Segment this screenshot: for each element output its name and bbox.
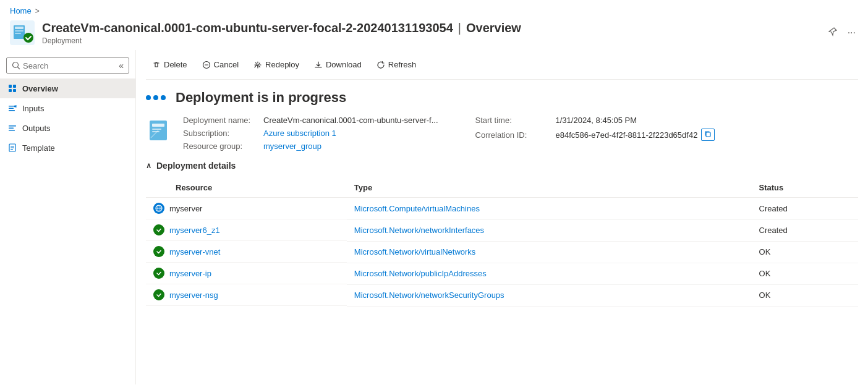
main-layout: « Overview Inputs bbox=[0, 50, 868, 384]
start-time-label: Start time: bbox=[475, 116, 556, 125]
deployment-info-section: Deployment name: CreateVm-canonical.0001… bbox=[146, 116, 858, 151]
svg-rect-26 bbox=[152, 131, 160, 132]
svg-rect-25 bbox=[152, 129, 161, 130]
deployment-icon bbox=[10, 20, 35, 45]
info-row-start-time: Start time: 1/31/2024, 8:45:05 PM bbox=[475, 116, 715, 125]
subscription-link[interactable]: Azure subscription 1 bbox=[263, 129, 336, 138]
svg-point-5 bbox=[23, 33, 33, 43]
sidebar-item-inputs[interactable]: Inputs bbox=[0, 98, 135, 118]
resource-link[interactable]: myserver-nsg bbox=[169, 290, 218, 300]
resource-status: Created bbox=[752, 198, 858, 220]
deployment-info: Deployment name: CreateVm-canonical.0001… bbox=[183, 116, 438, 151]
progress-dots bbox=[146, 95, 166, 100]
row-status-icon bbox=[153, 268, 164, 279]
breadcrumb-sep: > bbox=[35, 7, 40, 15]
table-row: myserverMicrosoft.Compute/virtualMachine… bbox=[146, 198, 858, 220]
col-status: Status bbox=[752, 178, 858, 198]
resource-name[interactable]: myserver-vnet bbox=[169, 247, 220, 256]
redeploy-button[interactable]: Redeploy bbox=[247, 56, 305, 73]
svg-rect-3 bbox=[15, 30, 23, 32]
info-row-name: Deployment name: CreateVm-canonical.0001… bbox=[183, 116, 438, 125]
info-row-subscription: Subscription: Azure subscription 1 bbox=[183, 129, 438, 138]
resource-link[interactable]: myserver-vnet bbox=[169, 247, 220, 256]
page-subtitle: Deployment bbox=[42, 36, 521, 45]
row-status-icon bbox=[153, 246, 164, 257]
correlation-value: e84fc586-e7ed-4f2f-8811-2f223d65df42 bbox=[556, 130, 698, 140]
svg-rect-10 bbox=[13, 89, 16, 92]
resources-table: Resource Type Status myserverMicrosoft.C… bbox=[146, 178, 858, 307]
resource-group-value: myserver_group bbox=[263, 142, 321, 151]
resource-link[interactable]: myserver-ip bbox=[169, 269, 211, 278]
resource-status: OK bbox=[752, 263, 858, 284]
delete-button[interactable]: Delete bbox=[146, 56, 194, 73]
collapse-button[interactable]: « bbox=[119, 61, 124, 70]
svg-rect-12 bbox=[9, 108, 14, 109]
pin-button[interactable] bbox=[825, 24, 840, 41]
refresh-icon bbox=[377, 61, 385, 69]
svg-rect-9 bbox=[9, 89, 12, 92]
sidebar-label-outputs: Outputs bbox=[22, 124, 51, 133]
resource-type: Microsoft.Network/virtualNetworks bbox=[347, 241, 752, 263]
details-header[interactable]: ∧ Deployment details bbox=[146, 161, 858, 171]
page-header-text: CreateVm-canonical.0001-com-ubuntu-serve… bbox=[42, 21, 521, 45]
download-button[interactable]: Download bbox=[308, 56, 368, 73]
svg-rect-21 bbox=[11, 149, 13, 150]
page-header: CreateVm-canonical.0001-com-ubuntu-serve… bbox=[0, 18, 868, 50]
sidebar-item-overview[interactable]: Overview bbox=[0, 78, 135, 98]
copy-correlation-button[interactable] bbox=[701, 129, 715, 141]
resource-type: Microsoft.Network/networkInterfaces bbox=[347, 219, 752, 241]
deployment-status: Deployment is in progress bbox=[146, 90, 858, 106]
content-area: Delete Cancel Redeploy bbox=[136, 50, 868, 384]
type-link[interactable]: Microsoft.Compute/virtualMachines bbox=[354, 204, 480, 213]
page-title: CreateVm-canonical.0001-com-ubuntu-serve… bbox=[42, 21, 453, 35]
breadcrumb: Home > bbox=[0, 0, 868, 18]
resource-group-link[interactable]: myserver_group bbox=[263, 142, 321, 151]
svg-rect-24 bbox=[152, 124, 164, 127]
sidebar: « Overview Inputs bbox=[0, 50, 136, 384]
resource-status: Created bbox=[752, 219, 858, 241]
sidebar-label-template: Template bbox=[22, 143, 55, 153]
sidebar-item-outputs[interactable]: Outputs bbox=[0, 118, 135, 138]
more-options-button[interactable]: ··· bbox=[845, 24, 858, 41]
subscription-label: Subscription: bbox=[183, 129, 263, 138]
toolbar: Delete Cancel Redeploy bbox=[146, 50, 858, 80]
resource-link[interactable]: myserver6_z1 bbox=[169, 226, 220, 235]
redeploy-icon bbox=[253, 61, 262, 69]
cancel-button[interactable]: Cancel bbox=[196, 56, 245, 73]
table-header-row: Resource Type Status bbox=[146, 178, 858, 198]
svg-rect-7 bbox=[9, 85, 12, 88]
svg-rect-13 bbox=[9, 110, 15, 111]
type-link[interactable]: Microsoft.Network/publicIpAddresses bbox=[354, 269, 487, 278]
sidebar-label-overview: Overview bbox=[22, 84, 58, 93]
sidebar-item-template[interactable]: Template bbox=[0, 138, 135, 158]
type-link[interactable]: Microsoft.Network/networkSecurityGroups bbox=[354, 290, 504, 300]
info-row-correlation: Correlation ID: e84fc586-e7ed-4f2f-8811-… bbox=[475, 129, 715, 141]
svg-rect-15 bbox=[9, 125, 16, 127]
chevron-icon: ∧ bbox=[146, 161, 151, 170]
row-status-icon bbox=[153, 224, 164, 235]
dot-2 bbox=[153, 95, 158, 100]
resource-status: OK bbox=[752, 284, 858, 306]
dot-3 bbox=[161, 95, 166, 100]
svg-rect-8 bbox=[13, 85, 16, 88]
resource-name[interactable]: myserver-nsg bbox=[169, 290, 218, 300]
row-status-icon bbox=[153, 289, 164, 300]
search-icon bbox=[12, 61, 20, 70]
search-container: « bbox=[0, 55, 135, 78]
type-link[interactable]: Microsoft.Network/virtualNetworks bbox=[354, 247, 476, 256]
outputs-icon bbox=[7, 123, 17, 133]
type-link[interactable]: Microsoft.Network/networkInterfaces bbox=[354, 226, 484, 235]
status-title: Deployment is in progress bbox=[176, 90, 346, 106]
refresh-button[interactable]: Refresh bbox=[370, 56, 423, 73]
cancel-icon bbox=[202, 61, 211, 69]
search-input[interactable] bbox=[23, 61, 116, 70]
resource-name[interactable]: myserver-ip bbox=[169, 269, 211, 278]
page-header-actions: ··· bbox=[825, 24, 858, 41]
page-section: Overview bbox=[466, 21, 521, 35]
deployment-name-value: CreateVm-canonical.0001-com-ubuntu-serve… bbox=[263, 116, 438, 125]
breadcrumb-home[interactable]: Home bbox=[10, 6, 32, 15]
resource-name[interactable]: myserver6_z1 bbox=[169, 226, 220, 235]
download-icon bbox=[314, 61, 323, 69]
deployment-name-label: Deployment name: bbox=[183, 116, 263, 125]
row-status-icon bbox=[153, 203, 164, 214]
